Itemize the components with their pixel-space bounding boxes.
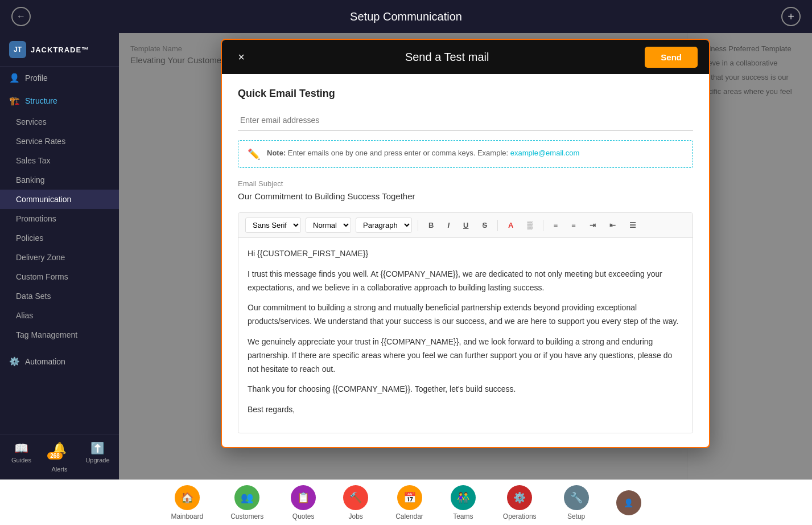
highlight-button[interactable]: ▒ [522,219,537,232]
nav-calendar-label: Calendar [395,512,423,520]
automation-icon: ⚙️ [9,356,19,367]
list-ordered-button[interactable]: ≡ [567,219,580,232]
rte-content[interactable]: Hi {{CUSTOMER_FIRST_NAME}} I trust this … [238,238,693,433]
nav-customers[interactable]: 👥 Customers [230,485,263,520]
back-button[interactable]: ← [11,7,31,26]
jobs-icon: 🔨 [349,491,362,504]
nav-customers-label: Customers [230,512,263,520]
customers-icon-wrap: 👥 [234,485,259,510]
rte-line-1: Hi {{CUSTOMER_FIRST_NAME}} [248,247,683,261]
rte-line-3: Our commitment to building a strong and … [248,301,683,329]
mainboard-icon: 🏠 [181,491,193,504]
email-subject-label: Email Subject [238,179,693,188]
email-subject-value: Our Commitment to Building Success Toget… [238,191,693,201]
font-size-select[interactable]: Normal [306,218,351,233]
indent-button[interactable]: ⇥ [585,219,600,232]
list-unordered-button[interactable]: ≡ [549,219,563,232]
upgrade-btn[interactable]: ⬆️ Upgrade [81,441,114,473]
toolbar-separator-1 [418,220,418,231]
calendar-icon: 📅 [403,491,416,504]
nav-mainboard-label: Mainboard [171,512,203,520]
sidebar-item-tag-management[interactable]: Tag Management [0,325,119,344]
nav-jobs[interactable]: 🔨 Jobs [343,485,368,520]
alerts-badge: 268 [47,452,63,460]
teams-icon-wrap: 👫 [451,485,476,510]
rte-toolbar: Sans Serif Normal Paragraph B I U [238,213,693,238]
align-button[interactable]: ☰ [625,219,641,232]
strikethrough-button[interactable]: S [477,219,492,232]
calendar-icon-wrap: 📅 [397,485,422,510]
sidebar-item-promotions[interactable]: Promotions [0,209,119,228]
sidebar: JT JACKTRADE™ 👤 Profile 🏗️ Structure Ser… [0,33,119,479]
sidebar-label-automation: Automation [25,357,65,366]
sidebar-label-profile: Profile [25,73,48,83]
sidebar-item-service-rates[interactable]: Service Rates [0,132,119,151]
sidebar-logo: JT JACKTRADE™ [0,33,119,67]
structure-icon: 🏗️ [9,96,19,106]
bold-button[interactable]: B [424,219,438,232]
guides-label: Guides [11,457,31,464]
nav-calendar[interactable]: 📅 Calendar [395,485,423,520]
sidebar-item-data-sets[interactable]: Data Sets [0,286,119,306]
rte-container: Sans Serif Normal Paragraph B I U [238,212,693,433]
sidebar-bottom: 📖 Guides 🔔 268 Alerts ⬆️ Upgrade [0,434,119,479]
send-button[interactable]: Send [645,47,698,68]
operations-icon-wrap: ⚙️ [507,485,532,510]
upgrade-label: Upgrade [85,457,109,464]
outdent-button[interactable]: ⇤ [605,219,620,232]
logo-icon: JT [9,41,26,58]
sidebar-item-policies[interactable]: Policies [0,228,119,248]
sidebar-item-communication[interactable]: Communication [0,190,119,209]
alerts-btn[interactable]: 🔔 268 Alerts [43,441,76,473]
customers-icon: 👥 [241,491,253,504]
modal-overlay: × Send a Test mail Send Quick Email Test… [119,33,812,479]
modal-header: × Send a Test mail Send [222,40,709,74]
sidebar-item-alias[interactable]: Alias [0,306,119,325]
nav-operations-label: Operations [503,512,537,520]
nav-teams[interactable]: 👫 Teams [451,485,476,520]
underline-button[interactable]: U [459,219,473,232]
nav-user-avatar[interactable]: 👤 [616,490,641,515]
email-addresses-input[interactable] [238,110,693,131]
top-header: ← Setup Communication + [0,0,812,33]
guides-btn[interactable]: 📖 Guides [5,441,38,473]
teams-icon: 👫 [457,491,469,504]
note-label: Note: [267,149,286,157]
modal-close-button[interactable]: × [233,49,249,65]
modal-title: Send a Test mail [405,51,489,64]
italic-button[interactable]: I [443,219,454,232]
paragraph-style-select[interactable]: Paragraph [356,218,412,233]
sidebar-item-delivery-zone[interactable]: Delivery Zone [0,248,119,267]
setup-icon: 🔧 [570,491,583,504]
font-family-select[interactable]: Sans Serif [245,218,301,233]
note-box: ✏️ Note: Enter emails one by one and pre… [238,140,693,168]
nav-setup[interactable]: 🔧 Setup [564,485,589,520]
nav-operations[interactable]: ⚙️ Operations [503,485,537,520]
content-area: Template Name Elevating Your Customer Ex… [119,33,812,479]
operations-icon: ⚙️ [513,491,526,504]
toolbar-separator-2 [497,220,498,231]
sidebar-item-automation[interactable]: ⚙️ Automation [0,350,119,373]
rte-line-4: We genuinely appreciate your trust in {{… [248,335,683,376]
sidebar-item-services[interactable]: Services [0,112,119,132]
bottom-nav: 🏠 Mainboard 👥 Customers 📋 Quotes 🔨 Jobs … [0,479,812,525]
note-body-text: Enter emails one by one and press enter … [288,149,508,157]
sidebar-item-custom-forms[interactable]: Custom Forms [0,267,119,286]
mainboard-icon-wrap: 🏠 [175,485,200,510]
note-icon: ✏️ [248,148,260,161]
logo-text: JACKTRADE™ [31,46,89,54]
upgrade-icon: ⬆️ [90,441,105,455]
modal-body: Quick Email Testing ✏️ Note: Enter email… [222,74,709,447]
nav-mainboard[interactable]: 🏠 Mainboard [171,485,203,520]
sidebar-item-sales-tax[interactable]: Sales Tax [0,151,119,170]
font-color-button[interactable]: A [504,219,518,232]
profile-icon: 👤 [9,73,19,83]
sidebar-item-profile[interactable]: 👤 Profile [0,67,119,89]
nav-jobs-label: Jobs [348,512,362,520]
sidebar-item-structure[interactable]: 🏗️ Structure [0,89,119,112]
nav-quotes[interactable]: 📋 Quotes [291,485,316,520]
setup-icon-wrap: 🔧 [564,485,589,510]
sidebar-item-banking[interactable]: Banking [0,170,119,190]
example-email: example@email.com [510,149,580,157]
add-button[interactable]: + [781,7,801,26]
